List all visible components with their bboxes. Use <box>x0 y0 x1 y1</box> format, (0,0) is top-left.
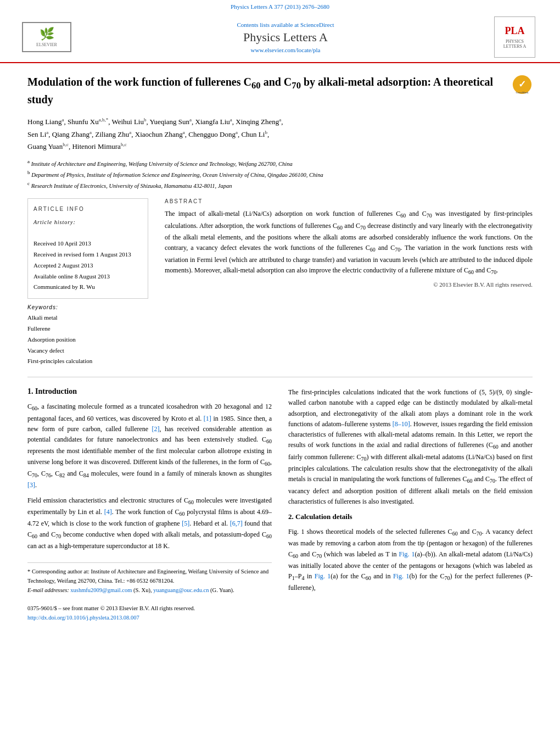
footnote-corresponding: * Corresponding author at: Institute of … <box>27 567 272 586</box>
abstract-col: ABSTRACT The impact of alkali-metal (Li/… <box>165 198 533 367</box>
journal-title: Physics Letters A <box>77 30 494 44</box>
logo-image-box: 🌿 ELSEVIER <box>22 22 71 52</box>
abstract-section: ABSTRACT The impact of alkali-metal (Li/… <box>165 198 533 288</box>
email-xu[interactable]: xushmfu2009@gmail.com <box>70 587 132 593</box>
article-info-box: ARTICLE INFO Article history: Received 1… <box>27 198 148 299</box>
intro-para-2: Field emission characteristics and elect… <box>27 495 272 552</box>
section1-title: 1. Introduction <box>27 387 272 396</box>
journal-logo-right: PLA PHYSICSLETTERS A <box>494 16 544 58</box>
ref2-link[interactable]: [2] <box>152 425 160 433</box>
body-left-col: 1. Introduction C60, a fascinating molec… <box>27 387 272 623</box>
section2-title: 2. Calculation details <box>288 512 533 521</box>
keyword-item: Fullerene <box>27 323 148 334</box>
elsevier-logo: 🌿 ELSEVIER <box>16 22 77 52</box>
top-bar: Physics Letters A 377 (2013) 2676–2680 <box>0 0 560 12</box>
keyword-item: Alkali metal <box>27 313 148 323</box>
available-date: Available online 8 August 2013 <box>33 273 110 280</box>
ref3-link[interactable]: [3] <box>27 481 35 489</box>
journal-citation: Physics Letters A 377 (2013) 2676–2680 <box>231 3 329 10</box>
doi-line: http://dx.doi.org/10.1016/j.physleta.201… <box>27 613 272 623</box>
doi-link[interactable]: http://dx.doi.org/10.1016/j.physleta.201… <box>27 615 139 621</box>
article-info-header: ARTICLE INFO <box>33 204 142 214</box>
issn-line: 0375-9601/$ – see front matter © 2013 El… <box>27 604 272 613</box>
svg-text:✓: ✓ <box>518 79 526 90</box>
keywords-section: Keywords: Alkali metal Fullerene Adsorpt… <box>27 304 148 367</box>
science-direct-line: Contents lists available at ScienceDirec… <box>77 21 494 28</box>
crossmark-badge: ✓ CrossMark <box>512 74 533 95</box>
affiliations: a Institute of Architecture and Engineer… <box>27 158 533 191</box>
right-para-1: The first-principles calculations indica… <box>288 387 533 507</box>
authors-line: Hong Lianga, Shunfu Xua,b,*, Weihui Liub… <box>27 116 533 153</box>
section-divider <box>27 377 533 377</box>
ref5-link[interactable]: [5] <box>182 520 189 527</box>
article-title-text: Modulation of the work function of fulle… <box>27 74 506 107</box>
accepted-date: Accepted 2 August 2013 <box>33 262 93 269</box>
history-label: Article history: <box>33 217 142 227</box>
footnote-area: * Corresponding author at: Institute of … <box>27 562 272 623</box>
calc-para-1: Fig. 1 shows theoretical models of the s… <box>288 527 533 594</box>
abstract-text: The impact of alkali-metal (Li/Na/Cs) ad… <box>165 209 533 277</box>
communicated-by: Communicated by R. Wu <box>33 283 95 290</box>
keyword-item: Vacancy defect <box>27 345 148 356</box>
main-content: Modulation of the work function of fulle… <box>0 63 560 634</box>
received-date: Received 10 April 2013 <box>33 240 91 247</box>
ref67-link[interactable]: [6,7] <box>230 520 243 527</box>
copyright-line: © 2013 Elsevier B.V. All rights reserved… <box>165 281 533 288</box>
fig1ab-link[interactable]: Fig. 1 <box>399 550 415 558</box>
keyword-item: Adsorption position <box>27 334 148 345</box>
fig1a-link[interactable]: Fig. 1 <box>315 572 331 580</box>
ref4-link[interactable]: [4] <box>104 508 112 516</box>
ref1-link[interactable]: [1] <box>204 415 211 422</box>
abstract-header: ABSTRACT <box>165 198 533 204</box>
body-right-col: The first-principles calculations indica… <box>288 387 533 623</box>
info-abstract-section: ARTICLE INFO Article history: Received 1… <box>27 198 533 367</box>
intro-para-1: C60, a fascinating molecule formed as a … <box>27 401 272 490</box>
pla-logo-box: PLA PHYSICSLETTERS A <box>494 16 535 58</box>
journal-center: Contents lists available at ScienceDirec… <box>77 21 494 53</box>
keywords-header: Keywords: <box>27 304 148 310</box>
body-section: 1. Introduction C60, a fascinating molec… <box>27 387 533 623</box>
svg-text:CrossMark: CrossMark <box>516 91 528 94</box>
footnote-email: E-mail addresses: xushmfu2009@gmail.com … <box>27 586 272 595</box>
elsevier-tree-icon: 🌿 <box>40 27 54 41</box>
journal-header: 🌿 ELSEVIER Contents lists available at S… <box>0 12 560 63</box>
ref8-10-link[interactable]: [8–10] <box>393 420 410 428</box>
email-yuan[interactable]: yuanguang@ouc.edu.cn <box>153 587 209 593</box>
journal-url[interactable]: www.elsevier.com/locate/pla <box>77 47 494 53</box>
keywords-list: Alkali metal Fullerene Adsorption positi… <box>27 313 148 367</box>
article-title-section: Modulation of the work function of fulle… <box>27 74 533 107</box>
sciencedirect-link[interactable]: ScienceDirect <box>300 21 334 28</box>
revised-date: Received in revised form 1 August 2013 <box>33 251 131 258</box>
article-info-col: ARTICLE INFO Article history: Received 1… <box>27 198 148 367</box>
keyword-item: First-principles calculation <box>27 356 148 367</box>
fig1b-link[interactable]: Fig. 1 <box>393 572 410 580</box>
